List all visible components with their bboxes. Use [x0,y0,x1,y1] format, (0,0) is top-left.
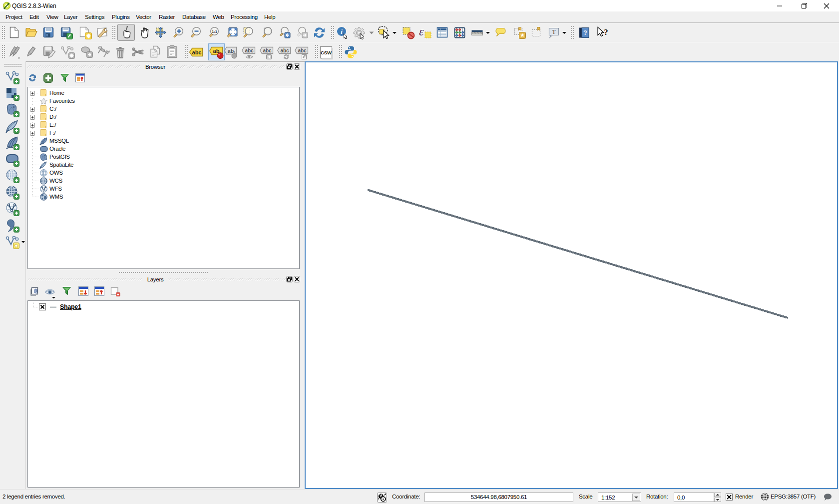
svg-text:abc: abc [280,48,289,53]
svg-text:ε: ε [419,25,424,38]
svg-text:CSW: CSW [321,50,332,55]
svg-text:abc: abc [192,49,202,55]
svg-text:1:1: 1:1 [212,29,217,34]
svg-text:abc: abc [298,48,307,53]
svg-text:?: ? [583,29,587,36]
svg-text:T: T [552,28,556,35]
svg-text:abc: abc [245,48,254,53]
svg-text:ab: ab [228,48,234,54]
svg-text:?: ? [604,28,608,36]
svg-text:i: i [341,28,343,35]
svg-text:abc: abc [263,48,272,53]
